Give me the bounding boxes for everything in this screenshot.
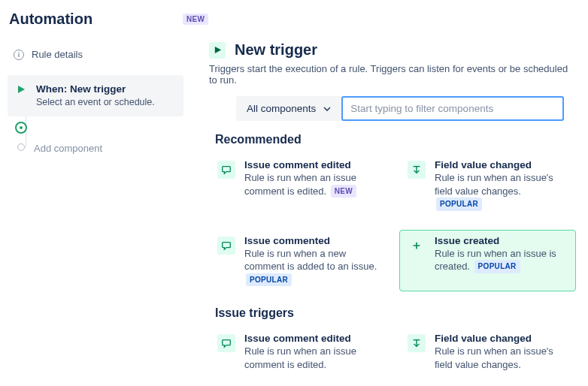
- trigger-title: Issue created: [435, 235, 568, 246]
- step-current-marker: [8, 116, 183, 138]
- play-icon: [15, 83, 27, 95]
- comment-icon: [217, 237, 235, 255]
- main: New trigger Triggers start the execution…: [191, 31, 588, 386]
- trigger-desc: Rule is run when a new comment is added …: [244, 247, 377, 287]
- chevron-down-icon: [323, 105, 331, 113]
- trigger-grid: Issue comment editedRule is run when an …: [209, 327, 576, 386]
- field-icon: [408, 161, 426, 179]
- plus-icon: [408, 237, 426, 255]
- trigger-title: Issue comment edited: [244, 333, 377, 344]
- trigger-title: Field value changed: [435, 159, 568, 170]
- step-title: When: New trigger: [36, 83, 155, 96]
- popular-badge: POPULAR: [474, 260, 520, 273]
- header: Automation NEW: [0, 0, 588, 31]
- add-component-label: Add component: [34, 141, 102, 154]
- trigger-desc: Rule is run when an issue is created. PO…: [435, 247, 568, 273]
- popular-badge: POPULAR: [246, 273, 292, 287]
- trigger-title: Field value changed: [435, 333, 568, 344]
- section-title: Issue triggers: [215, 306, 576, 320]
- field-icon: [408, 334, 426, 352]
- dropdown-label: All components: [247, 103, 316, 114]
- popular-badge: POPULAR: [436, 198, 482, 211]
- empty-dot-icon: [17, 143, 25, 151]
- trigger-desc: Rule is run when an issue comment is edi…: [244, 345, 377, 371]
- trigger-card[interactable]: Field value changedRule is run when an i…: [399, 154, 576, 216]
- step-subtitle: Select an event or schedule.: [36, 96, 155, 109]
- page-title: Automation: [9, 11, 92, 28]
- rule-timeline: When: New trigger Select an event or sch…: [8, 75, 183, 161]
- step-when-new-trigger[interactable]: When: New trigger Select an event or sch…: [8, 75, 183, 116]
- ring-icon: [15, 122, 27, 134]
- search-input[interactable]: [341, 96, 564, 121]
- play-icon: [209, 42, 226, 59]
- add-component[interactable]: Add component: [8, 138, 183, 161]
- trigger-card[interactable]: Issue comment editedRule is run when an …: [209, 154, 386, 216]
- new-badge: NEW: [331, 185, 356, 198]
- trigger-grid: Issue comment editedRule is run when an …: [209, 154, 576, 291]
- section-title: Recommended: [215, 133, 576, 146]
- trigger-title: Issue commented: [244, 235, 377, 246]
- components-dropdown[interactable]: All components: [236, 96, 341, 121]
- trigger-card[interactable]: Issue createdRule is run when an issue i…: [399, 230, 576, 292]
- comment-icon: [217, 334, 235, 352]
- info-icon: i: [14, 50, 24, 60]
- sidebar: i Rule details When: New trigger Select …: [0, 31, 191, 386]
- rule-details-label: Rule details: [32, 49, 83, 60]
- new-badge: NEW: [183, 14, 208, 25]
- trigger-desc: Rule is run when an issue comment is edi…: [244, 171, 377, 198]
- main-title: New trigger: [235, 41, 317, 59]
- trigger-desc: Rule is run when an issue's field value …: [435, 171, 568, 211]
- main-description: Triggers start the execution of a rule. …: [209, 63, 576, 86]
- main-header: New trigger: [209, 41, 576, 59]
- trigger-title: Issue comment edited: [244, 159, 377, 170]
- trigger-desc: Rule is run when an issue's field value …: [435, 345, 568, 371]
- rule-details-link[interactable]: i Rule details: [8, 44, 183, 65]
- trigger-card[interactable]: Issue commentedRule is run when a new co…: [209, 230, 386, 292]
- filter-row: All components: [236, 96, 576, 121]
- trigger-card[interactable]: Field value changedRule is run when an i…: [399, 327, 576, 376]
- comment-icon: [217, 161, 235, 179]
- trigger-card[interactable]: Issue comment editedRule is run when an …: [209, 327, 386, 376]
